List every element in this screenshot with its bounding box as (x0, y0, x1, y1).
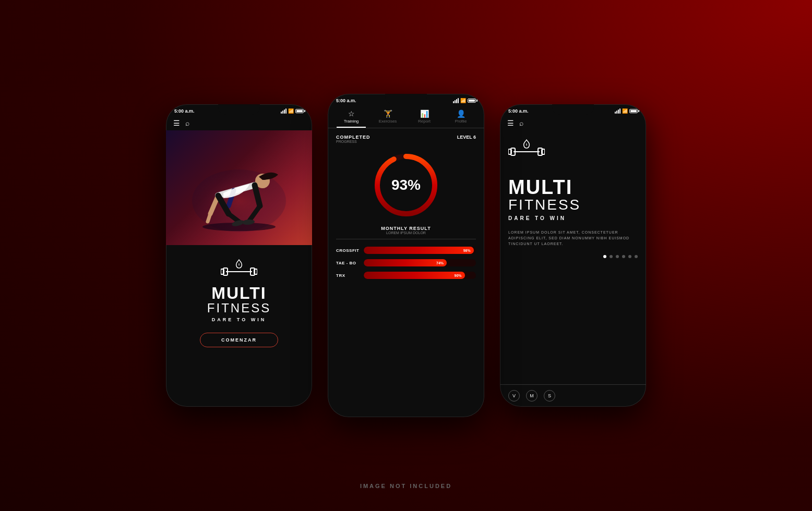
tab-profile[interactable]: 👤 Profile (443, 105, 479, 128)
signal-icon-2 (453, 98, 459, 103)
stat-row-crossfit: CROSSFIT 98% (336, 247, 476, 254)
phone-2-status-icons: 📶 (453, 98, 476, 103)
phone-2-notch (385, 94, 427, 104)
phone-2: 5:00 a.m. 📶 (328, 94, 484, 417)
social-icon-s[interactable]: S (544, 390, 555, 402)
phone-1-notch (218, 104, 260, 115)
phone-1-hero (166, 130, 312, 245)
trx-fill: 90% (364, 272, 465, 279)
brand-multi: MULTI (211, 285, 266, 301)
svg-line-5 (208, 214, 210, 222)
progress-header: COMPLETED PROGRESS LEVEL 6 (336, 135, 476, 143)
signal-icon-3 (615, 108, 620, 114)
brand-fitness: FITNESS (207, 301, 271, 315)
level-label: LEVEL 6 (457, 135, 476, 143)
stat-row-trx: TRX 90% (336, 272, 476, 279)
phone-1-status-icons: 📶 (281, 108, 304, 114)
training-icon: ☆ (335, 110, 367, 118)
dumbbell-flame-icon (221, 259, 257, 279)
social-icon-v[interactable]: V (508, 390, 520, 402)
phone-1-body: MULTI FITNESS DARE TO WIN COMENZAR (166, 245, 312, 407)
tab-report-label: Report (418, 119, 431, 124)
stat-row-taebo: TAE - BO 74% (336, 259, 476, 266)
tab-exercises-label: Exercises (379, 119, 397, 124)
svg-rect-17 (254, 269, 257, 274)
dots-indicator (508, 255, 638, 258)
dot-4 (622, 255, 625, 258)
phone-3-status-icons: 📶 (615, 108, 638, 114)
phone-1-time: 5:00 a.m. (174, 108, 195, 114)
monthly-result-sub: LOREM IPSUM DOLOR (336, 231, 476, 235)
svg-rect-22 (508, 149, 511, 154)
phone-3-notch (552, 104, 594, 115)
circle-percent: 93% (391, 177, 421, 193)
phone-3-body: MULTI FITNESS DARE TO WIN LOREM IPSUM DO… (500, 130, 646, 384)
battery-icon-2 (468, 99, 476, 103)
phone-1-header: ☰ ⌕ (166, 116, 312, 130)
wifi-icon: 📶 (288, 108, 294, 114)
phone-3: 5:00 a.m. 📶 (500, 104, 646, 407)
circle-progress: 93% (336, 149, 476, 222)
fitness-logo-area: MULTI FITNESS DARE TO WIN (174, 259, 304, 322)
dot-1 (603, 255, 606, 258)
taebo-fill: 74% (364, 259, 447, 266)
battery-icon-3 (629, 109, 638, 113)
menu-icon[interactable]: ☰ (173, 119, 180, 127)
dot-2 (610, 255, 613, 258)
comenzar-button[interactable]: COMENZAR (200, 333, 278, 347)
dot-5 (628, 255, 631, 258)
search-icon-3[interactable]: ⌕ (519, 119, 523, 127)
tab-profile-label: Profile (455, 119, 467, 124)
battery-icon (295, 109, 304, 113)
phone-3-footer: V M S (500, 384, 646, 407)
phone-2-time: 5:00 a.m. (336, 98, 356, 103)
phone3-dumbbell-icon (508, 139, 545, 160)
signal-icon (281, 108, 286, 114)
phone-3-header: ☰ ⌕ (500, 116, 646, 130)
athlete-figure (182, 138, 296, 237)
wifi-icon-2: 📶 (460, 98, 466, 103)
phones-container: 5:00 a.m. 📶 (166, 94, 646, 417)
crossfit-fill: 98% (364, 247, 474, 254)
monthly-result-label: MONTHLY RESULT (336, 226, 476, 231)
svg-rect-24 (542, 149, 545, 154)
divider-1 (336, 239, 476, 239)
report-icon: 📊 (408, 110, 440, 118)
main-container: 5:00 a.m. 📶 (166, 94, 646, 417)
tab-report[interactable]: 📊 Report (406, 105, 443, 128)
trx-bar: 90% (364, 272, 476, 279)
menu-icon-3[interactable]: ☰ (507, 119, 514, 127)
stats-section: CROSSFIT 98% TAE - BO 74% (328, 247, 484, 284)
crossfit-label: CROSSFIT (336, 248, 360, 253)
phone3-description: LOREM IPSUM DOLOR SIT AMET, CONSECTETUER… (508, 229, 638, 247)
progress-sublabel: PROGRESS (336, 140, 371, 143)
taebo-bar: 74% (364, 259, 476, 266)
brand-tagline: DARE TO WIN (212, 317, 266, 322)
profile-icon: 👤 (445, 110, 477, 118)
search-icon[interactable]: ⌕ (185, 119, 189, 127)
taebo-label: TAE - BO (336, 261, 360, 265)
social-icon-m[interactable]: M (526, 390, 538, 402)
dot-3 (616, 255, 619, 258)
dot-6 (635, 255, 638, 258)
phone-3-logo: MULTI FITNESS DARE TO WIN (508, 177, 638, 221)
tab-exercises[interactable]: 🏋 Exercises (369, 105, 406, 128)
crossfit-value: 98% (463, 249, 471, 252)
nav-tabs: ☆ Training 🏋 Exercises 📊 Report 👤 Profil… (328, 105, 484, 128)
phone-3-time: 5:00 a.m. (508, 108, 529, 114)
trx-value: 90% (454, 274, 461, 277)
crossfit-bar: 98% (364, 247, 476, 254)
tab-training[interactable]: ☆ Training (333, 105, 369, 128)
phone3-tagline: DARE TO WIN (508, 215, 566, 221)
progress-section: COMPLETED PROGRESS LEVEL 6 (328, 128, 484, 247)
completed-label: COMPLETED (336, 135, 371, 140)
trx-label: TRX (336, 273, 360, 278)
phone3-brand-multi: MULTI (508, 177, 572, 197)
phone3-brand-fitness: FITNESS (508, 197, 581, 213)
tab-training-label: Training (344, 119, 359, 124)
bottom-label: IMAGE NOT INCLUDED (360, 481, 452, 490)
taebo-value: 74% (436, 261, 444, 265)
svg-rect-15 (221, 269, 224, 274)
monthly-result: MONTHLY RESULT LOREM IPSUM DOLOR (336, 226, 476, 235)
exercises-icon: 🏋 (372, 110, 404, 118)
